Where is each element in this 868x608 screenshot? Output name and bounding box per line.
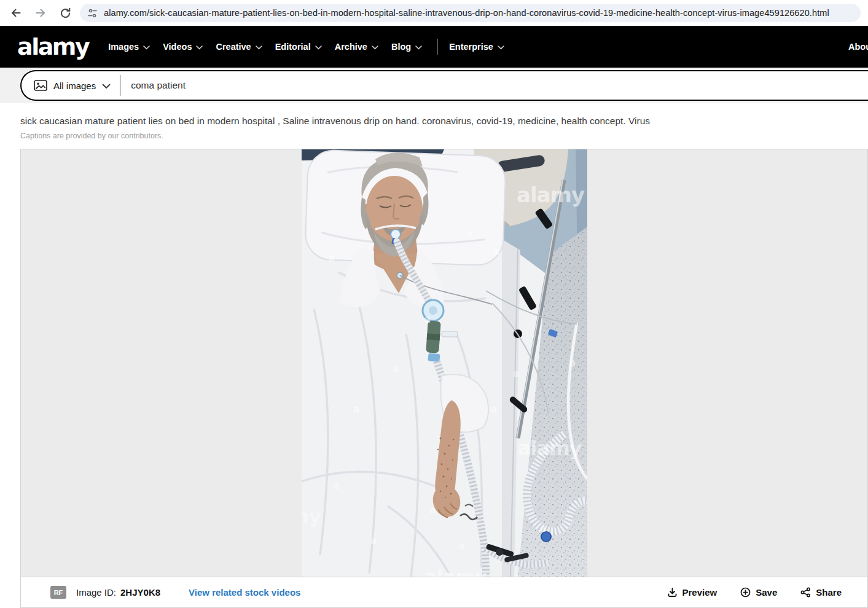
image-actions: Preview Save Share xyxy=(667,587,842,598)
watermark-mark: a xyxy=(569,357,576,368)
forward-arrow-icon xyxy=(34,7,47,19)
caption-section: sick caucasian mature patient lies on be… xyxy=(0,103,868,149)
image-stage: alamy alamy alamy alamy a a a a a a a a … xyxy=(21,149,867,577)
preview-button[interactable]: Preview xyxy=(667,587,717,598)
reload-button[interactable] xyxy=(55,3,75,23)
nav-item-creative[interactable]: Creative xyxy=(216,42,262,52)
chevron-down-icon xyxy=(315,45,322,50)
url-text: alamy.com/sick-caucasian-mature-patient-… xyxy=(104,8,829,18)
watermark-mark: a xyxy=(370,535,377,547)
chevron-down-icon xyxy=(372,45,378,50)
watermark-mark: a xyxy=(334,480,340,491)
watermark-mark: a xyxy=(466,228,472,239)
nav-item-enterprise[interactable]: Enterprise xyxy=(449,42,504,52)
license-badge: RF xyxy=(50,586,66,599)
alamy-header: alamy Images Videos Creative Editorial A… xyxy=(0,26,868,68)
watermark-mark: a xyxy=(353,404,359,415)
search-section: All images xyxy=(0,68,868,103)
related-videos-link[interactable]: View related stock videos xyxy=(189,587,300,598)
image-id-label: Image ID: xyxy=(76,587,116,598)
browser-toolbar: alamy.com/sick-caucasian-mature-patient-… xyxy=(0,0,868,26)
chevron-down-icon xyxy=(196,45,203,50)
watermark-mark: a xyxy=(513,368,519,379)
chevron-down-icon xyxy=(102,84,111,89)
address-bar[interactable]: alamy.com/sick-caucasian-mature-patient-… xyxy=(80,4,861,22)
nav-item-blog[interactable]: Blog xyxy=(391,42,422,52)
plus-circle-icon xyxy=(740,587,751,598)
back-arrow-icon xyxy=(10,7,22,19)
watermark-mark: a xyxy=(424,314,431,325)
chevron-down-icon xyxy=(256,45,262,50)
watermark-text: alamy xyxy=(517,183,585,207)
save-button[interactable]: Save xyxy=(740,587,777,598)
alamy-image-page: { "browser": { "url": "alamy.com/sick-ca… xyxy=(0,0,868,608)
nav-item-about-us[interactable]: About us xyxy=(848,26,868,68)
chevron-down-icon xyxy=(415,45,422,50)
watermark-mark: a xyxy=(393,363,399,374)
nav-item-videos[interactable]: Videos xyxy=(163,42,203,52)
watermark-mark: a xyxy=(429,505,436,516)
stock-photo: alamy alamy alamy alamy a a a a a a a a … xyxy=(302,149,587,577)
image-caption: sick caucasian mature patient lies on be… xyxy=(20,115,843,128)
forward-button[interactable] xyxy=(31,3,50,23)
site-settings-icon xyxy=(87,8,98,18)
nav-item-editorial[interactable]: Editorial xyxy=(275,42,322,52)
all-images-icon xyxy=(34,80,47,91)
search-filter-label: All images xyxy=(53,81,96,91)
download-icon xyxy=(667,587,678,598)
watermark-mark: a xyxy=(491,404,497,415)
reload-icon xyxy=(60,7,71,19)
search-filter-dropdown[interactable]: All images xyxy=(22,80,120,91)
image-viewer-card: alamy alamy alamy alamy a a a a a a a a … xyxy=(20,149,868,608)
share-icon xyxy=(800,587,811,598)
nav-item-images[interactable]: Images xyxy=(108,42,150,52)
share-button[interactable]: Share xyxy=(800,587,842,598)
search-bar: All images xyxy=(20,70,868,101)
watermark-mark: a xyxy=(493,247,499,258)
watermark-mark: a xyxy=(540,523,546,534)
image-id-value: 2HJY0K8 xyxy=(120,587,160,598)
watermark-text: alamy xyxy=(518,436,582,460)
alamy-logo[interactable]: alamy xyxy=(17,35,88,58)
image-meta-bar: RF Image ID: 2HJY0K8 View related stock … xyxy=(21,577,867,607)
watermark-mark: a xyxy=(329,253,335,264)
watermark-mark: a xyxy=(459,540,465,551)
caption-disclaimer: Captions are provided by our contributor… xyxy=(20,132,843,140)
chevron-down-icon xyxy=(143,45,150,50)
chevron-down-icon xyxy=(498,45,504,50)
watermark-text: alamy xyxy=(302,506,321,527)
nav-divider xyxy=(437,39,438,55)
search-input[interactable] xyxy=(120,79,868,92)
back-button[interactable] xyxy=(6,3,26,23)
watermark-text: alamy xyxy=(424,566,487,577)
nav-item-archive[interactable]: Archive xyxy=(335,42,378,52)
